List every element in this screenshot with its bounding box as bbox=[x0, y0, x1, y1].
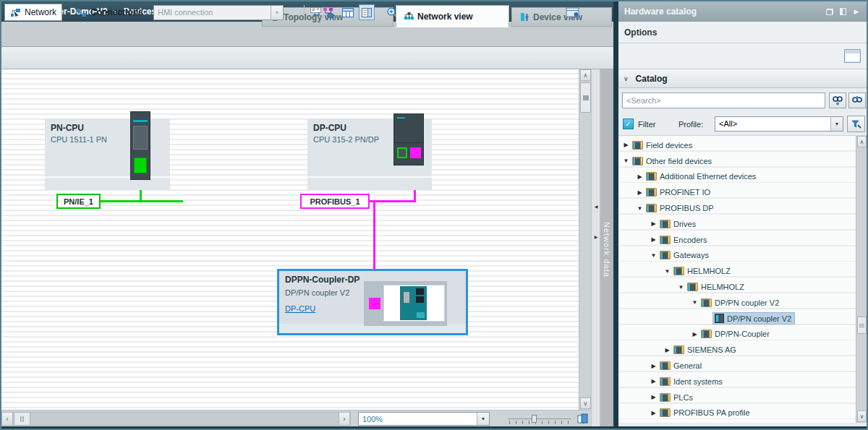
catalog-tree-item[interactable]: ▼HELMHOLZ bbox=[618, 279, 856, 295]
dock-panel-button[interactable] bbox=[838, 7, 848, 16]
scroll-up-button[interactable]: ∧ bbox=[580, 69, 591, 81]
save-layout-button[interactable] bbox=[565, 4, 581, 20]
splitter-collapse-right-icon[interactable]: ▶ bbox=[592, 234, 600, 239]
tree-entry[interactable]: Encoders bbox=[658, 235, 710, 245]
tree-entry[interactable]: Other field devices bbox=[631, 156, 715, 166]
collapse-arrow-icon[interactable]: ▼ bbox=[650, 252, 658, 259]
collapse-arrow-icon[interactable]: ▼ bbox=[636, 205, 644, 212]
catalog-scroll-thumb[interactable] bbox=[857, 317, 867, 334]
catalog-section-header[interactable]: ∨ Catalog bbox=[618, 69, 867, 88]
assigned-master-link[interactable]: DP-CPU bbox=[285, 304, 315, 313]
tree-entry[interactable]: DP/PN-Coupler bbox=[699, 329, 773, 339]
collapse-arrow-icon[interactable]: ▼ bbox=[677, 284, 685, 291]
collapse-arrow-icon[interactable]: ▼ bbox=[663, 268, 671, 275]
device-dppn-coupler[interactable]: DPPN-Coupler-DP DP/PN coupler V2 DP-CPU bbox=[277, 269, 468, 335]
tab-network-view[interactable]: Network view bbox=[396, 5, 509, 27]
catalog-tree-item[interactable]: ▶Additional Ethernet devices bbox=[618, 169, 856, 185]
tree-entry[interactable]: Gateways bbox=[658, 250, 712, 260]
catalog-tree-item[interactable]: ▶PLCs bbox=[618, 390, 856, 405]
catalog-tree-item[interactable]: ▶PROFINET IO bbox=[618, 184, 856, 200]
tree-entry[interactable]: HELMHOLZ bbox=[686, 282, 747, 292]
profile-dropdown-button[interactable]: ▼ bbox=[830, 117, 843, 131]
device-pn-cpu[interactable]: PN-CPU CPU 1511-1 PN bbox=[45, 119, 170, 190]
horizontal-scrollbar-track[interactable] bbox=[1, 412, 351, 426]
tree-entry[interactable]: PROFINET IO bbox=[644, 187, 713, 197]
tree-entry[interactable]: PROFIBUS DP bbox=[644, 203, 717, 213]
tree-entry[interactable]: Field devices bbox=[631, 140, 695, 150]
tree-entry[interactable]: PLCs bbox=[658, 392, 696, 403]
pn-cpu-module-image[interactable] bbox=[130, 111, 150, 180]
expand-arrow-icon[interactable]: ▶ bbox=[650, 394, 658, 400]
catalog-search-input[interactable]: <Search> bbox=[622, 93, 825, 108]
catalog-tree-item[interactable]: ▼DP/PN coupler V2 bbox=[618, 295, 856, 311]
network-data-collapsed-tab[interactable]: Network data bbox=[600, 69, 613, 430]
fit-view-button[interactable] bbox=[575, 411, 590, 426]
catalog-tree-item[interactable]: ▶Encoders bbox=[618, 232, 856, 248]
catalog-tree-item[interactable]: ▶Drives bbox=[618, 216, 856, 232]
table-view-button[interactable] bbox=[340, 4, 356, 20]
scroll-down-button[interactable]: ∨ bbox=[580, 397, 591, 409]
coupler-profibus-port[interactable] bbox=[369, 298, 380, 309]
catalog-window-icon[interactable] bbox=[844, 49, 861, 63]
scroll-right-button[interactable]: › bbox=[339, 412, 350, 426]
dp-cpu-module-image[interactable] bbox=[393, 113, 424, 165]
tree-entry[interactable]: Additional Ethernet devices bbox=[644, 171, 759, 181]
subnet-label-pnie1[interactable]: PN/IE_1 bbox=[56, 194, 101, 209]
catalog-tree-item[interactable]: ▶DP/PN-Coupler bbox=[618, 327, 856, 343]
network-canvas[interactable]: PN/IE_1 PROFIBUS_1 PN-CPU CPU 1511-1 PN … bbox=[1, 69, 579, 410]
expand-arrow-icon[interactable]: ▶ bbox=[622, 142, 630, 148]
tree-entry[interactable]: DP/PN coupler V2 bbox=[699, 298, 782, 308]
pane-splitter[interactable]: ◀ ▶ bbox=[591, 69, 600, 430]
canvas-vertical-scrollbar[interactable]: ∧ ∨ bbox=[579, 69, 591, 410]
catalog-tree-item[interactable]: ▼PROFIBUS DP bbox=[618, 200, 856, 216]
show-overview-pane-button[interactable] bbox=[359, 4, 375, 20]
network-mode-button[interactable]: Network bbox=[4, 4, 62, 21]
scroll-down-button[interactable]: ∨ bbox=[857, 410, 867, 422]
dp-cpu-profibus-port[interactable] bbox=[410, 147, 421, 158]
collapse-arrow-icon[interactable]: ▼ bbox=[622, 158, 630, 164]
zoom-level-select[interactable]: 100% ▼ bbox=[358, 412, 490, 426]
search-up-button[interactable] bbox=[848, 93, 866, 108]
highlight-master-system-button[interactable] bbox=[320, 4, 336, 20]
expand-arrow-icon[interactable]: ▶ bbox=[650, 410, 658, 416]
catalog-tree-item[interactable]: ▼Other field devices bbox=[618, 153, 856, 169]
profile-select[interactable]: <All> ▼ bbox=[715, 116, 843, 132]
tree-entry[interactable]: HELMHOLZ bbox=[672, 266, 733, 276]
tree-entry[interactable]: PROFIBUS PA profile bbox=[658, 408, 753, 418]
tree-entry[interactable]: Drives bbox=[658, 219, 699, 229]
expand-arrow-icon[interactable]: ▶ bbox=[650, 363, 658, 369]
catalog-tree-item[interactable]: DP/PN coupler V2 bbox=[618, 311, 856, 327]
expand-arrow-icon[interactable]: ▶ bbox=[636, 173, 644, 180]
tree-entry[interactable]: Ident systems bbox=[658, 377, 726, 387]
filter-settings-button[interactable] bbox=[847, 116, 865, 132]
filter-checkbox[interactable]: ✓ bbox=[623, 119, 634, 129]
vertical-scroll-thumb[interactable] bbox=[580, 82, 591, 113]
tree-entry[interactable]: General bbox=[658, 361, 705, 371]
catalog-tree-item[interactable]: ▶PROFIBUS PA profile bbox=[618, 405, 856, 421]
expand-arrow-icon[interactable]: ▶ bbox=[691, 331, 699, 337]
expand-arrow-icon[interactable]: ▶ bbox=[650, 220, 658, 227]
dp-cpu-profinet-port[interactable] bbox=[397, 147, 407, 158]
search-down-button[interactable] bbox=[829, 93, 846, 108]
selected-tree-entry[interactable]: DP/PN coupler V2 bbox=[713, 313, 794, 324]
collapse-arrow-icon[interactable]: ▼ bbox=[691, 299, 699, 306]
expand-arrow-icon[interactable]: ▶ bbox=[650, 236, 658, 243]
options-section-header[interactable]: Options bbox=[618, 22, 867, 43]
tab-device-view[interactable]: Device view bbox=[511, 7, 612, 27]
pn-cpu-profinet-port[interactable] bbox=[134, 158, 147, 173]
catalog-tree-item[interactable]: ▶Field devices bbox=[618, 137, 856, 153]
zoom-level-dropdown-button[interactable]: ▼ bbox=[477, 413, 489, 425]
subnet-label-profibus1[interactable]: PROFIBUS_1 bbox=[300, 194, 370, 209]
catalog-scrollbar[interactable]: ∧ ∨ bbox=[856, 136, 867, 423]
float-panel-button[interactable] bbox=[825, 7, 835, 16]
collapse-panel-button[interactable]: ▶ bbox=[851, 7, 861, 16]
catalog-tree-item[interactable]: ▶SIEMENS AG bbox=[618, 342, 856, 358]
splitter-collapse-left-icon[interactable]: ◀ bbox=[592, 204, 600, 209]
expand-arrow-icon[interactable]: ▶ bbox=[663, 347, 671, 353]
horizontal-scroll-thumb[interactable] bbox=[14, 412, 30, 426]
tree-entry[interactable]: SIEMENS AG bbox=[672, 345, 739, 355]
zoom-slider[interactable] bbox=[508, 413, 571, 424]
expand-arrow-icon[interactable]: ▶ bbox=[636, 189, 644, 196]
expand-arrow-icon[interactable]: ▶ bbox=[650, 378, 658, 384]
scroll-left-button[interactable]: ‹ bbox=[1, 412, 13, 426]
